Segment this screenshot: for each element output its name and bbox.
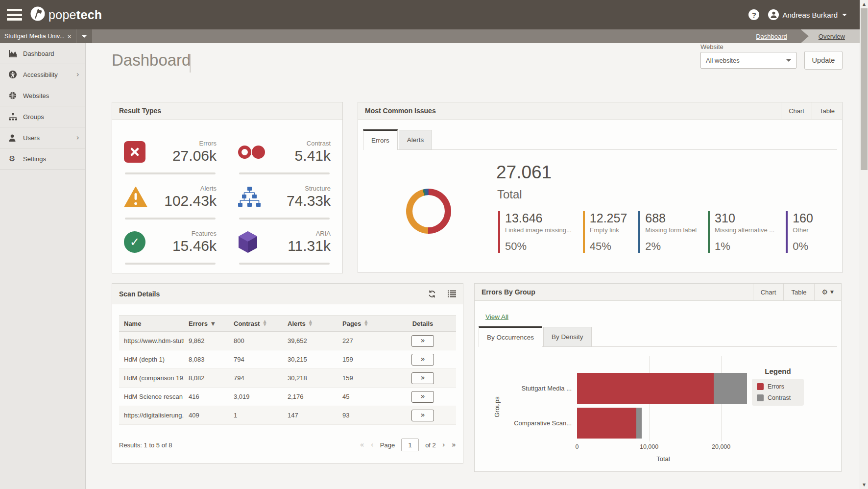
sort-desc-icon: ▼	[211, 321, 215, 326]
bar-segment-errors[interactable]	[577, 373, 714, 404]
chevron-down-icon: ▼	[830, 290, 834, 294]
chevron-down-icon	[842, 14, 847, 16]
sidebar-item-groups[interactable]: Groups	[0, 106, 85, 127]
page-number-input[interactable]	[401, 439, 419, 451]
details-button[interactable]: »	[411, 410, 434, 421]
result-types-grid: Errors27.06kContrast5.41kAlerts102.43kSt…	[112, 120, 342, 265]
result-type-contrast[interactable]: Contrast5.41k	[238, 129, 331, 174]
page-next-button[interactable]: ›	[442, 440, 445, 449]
scan-name: HdM (comparison 19.05	[119, 374, 184, 382]
scan-contrast: 800	[229, 337, 283, 344]
tab-by-occurrences[interactable]: By Occurrences	[479, 326, 542, 347]
globe-icon	[9, 92, 18, 99]
table-view-button[interactable]: Table	[812, 102, 842, 119]
details-button[interactable]: »	[411, 335, 434, 347]
bar-segment-errors[interactable]	[577, 408, 636, 439]
scan-name: HdM Science rescan	[119, 393, 184, 400]
title-divider	[190, 54, 191, 73]
breadcrumb-overview[interactable]: Overview	[801, 29, 860, 43]
breadcrumb: Dashboard Overview	[756, 29, 860, 43]
list-view-icon[interactable]	[448, 290, 456, 297]
user-menu[interactable]: Andreas Burkard	[768, 9, 847, 20]
sidebar-item-dashboard[interactable]: Dashboard	[0, 43, 85, 64]
close-icon[interactable]: ×	[68, 33, 72, 40]
column-header-errors[interactable]: Errors▼	[184, 320, 229, 327]
sidebar-item-label: Users	[23, 134, 40, 142]
tab-by-density[interactable]: By Density	[543, 327, 592, 346]
scan-name: https://www.hdm-stuttga	[119, 337, 184, 344]
sidebar-item-label: Websites	[23, 92, 49, 99]
scrollbar[interactable]: ▲ ▼	[860, 0, 868, 489]
column-header-alerts[interactable]: Alerts▲▼	[283, 320, 338, 327]
column-header-contrast[interactable]: Contrast▲▼	[229, 320, 283, 327]
tab-alerts[interactable]: Alerts	[399, 130, 433, 149]
check-circle-icon: ✓	[124, 231, 145, 253]
error-x-icon	[124, 141, 145, 163]
issue-stat-missing-form-label: 688Missing form label2%	[638, 211, 697, 253]
user-icon	[9, 134, 18, 142]
breadcrumb-dashboard[interactable]: Dashboard	[756, 29, 787, 43]
column-header-pages[interactable]: Pages▲▼	[338, 320, 385, 327]
page-prev-button[interactable]: ‹	[371, 440, 374, 449]
result-type-label: Alerts	[164, 185, 217, 192]
page-label: Page	[380, 441, 395, 449]
result-type-value: 5.41k	[295, 147, 331, 164]
chart-y-axis-label: Groups	[493, 396, 501, 417]
issue-count: 12.257	[590, 211, 627, 225]
sidebar-item-label: Groups	[23, 113, 44, 121]
sidebar-item-settings[interactable]: ⚙Settings	[0, 148, 85, 170]
scan-errors: 409	[184, 412, 229, 419]
sidebar-item-users[interactable]: Users›	[0, 127, 85, 148]
column-header-details: Details	[385, 320, 456, 327]
details-button[interactable]: »	[411, 372, 434, 384]
scrollbar-thumb[interactable]	[861, 8, 868, 170]
scan-errors: 8,083	[184, 356, 229, 363]
details-button[interactable]: »	[411, 391, 434, 403]
result-type-alerts[interactable]: Alerts102.43k	[124, 174, 217, 220]
org-dropdown-toggle[interactable]	[76, 29, 92, 43]
panel-settings-button[interactable]: ⚙▼	[814, 284, 841, 300]
chart-view-button[interactable]: Chart	[753, 284, 784, 300]
result-type-value: 74.33k	[287, 193, 331, 209]
result-type-aria[interactable]: ARIA11.31k	[238, 220, 331, 265]
chart-view-button[interactable]: Chart	[781, 102, 812, 119]
update-button[interactable]: Update	[804, 51, 843, 70]
bar-segment-contrast[interactable]	[714, 373, 747, 404]
cube-icon	[238, 231, 258, 253]
scroll-up-icon[interactable]: ▲	[860, 0, 868, 8]
gear-icon: ⚙	[9, 155, 18, 163]
structure-sitemap-icon	[238, 187, 261, 207]
scroll-down-icon[interactable]: ▼	[860, 481, 868, 489]
issue-stat-empty-link: 12.257Empty link45%	[583, 211, 627, 253]
view-all-link[interactable]: View All	[485, 313, 508, 320]
sidebar-item-accessibility[interactable]: Accessibility›	[0, 64, 85, 85]
scan-contrast: 1	[229, 412, 283, 419]
bar-segment-contrast[interactable]	[636, 408, 642, 439]
tab-errors[interactable]: Errors	[363, 129, 398, 150]
result-type-features[interactable]: ✓Features15.46k	[124, 220, 217, 265]
issue-label: Missing form label	[645, 226, 697, 234]
issues-donut-chart[interactable]	[406, 189, 451, 234]
result-type-structure[interactable]: Structure74.33k	[238, 174, 331, 220]
result-type-label: ARIA	[288, 230, 331, 237]
scan-contrast: 794	[229, 374, 283, 382]
page-last-button[interactable]: »	[452, 440, 456, 449]
result-type-label: Features	[172, 230, 217, 237]
refresh-icon[interactable]	[428, 290, 436, 298]
table-view-button[interactable]: Table	[783, 284, 814, 300]
help-icon[interactable]: ?	[748, 9, 759, 20]
details-button[interactable]: »	[411, 354, 434, 366]
brand-logo[interactable]: popetech	[30, 6, 102, 23]
website-select[interactable]: All websites	[700, 52, 796, 69]
result-type-value: 27.06k	[172, 147, 217, 164]
org-selector[interactable]: Stuttgart Media Univ... ×	[0, 29, 92, 43]
context-bar: Stuttgart Media Univ... × Dashboard Over…	[0, 29, 860, 43]
alert-triangle-icon	[124, 187, 147, 207]
sidebar-item-websites[interactable]: Websites	[0, 85, 85, 106]
result-type-errors[interactable]: Errors27.06k	[124, 129, 217, 174]
menu-icon[interactable]	[7, 9, 22, 21]
x-axis-tick: 10,000	[640, 443, 658, 450]
legend-swatch	[757, 394, 764, 401]
result-type-value: 15.46k	[172, 238, 217, 254]
page-first-button[interactable]: «	[360, 440, 364, 449]
